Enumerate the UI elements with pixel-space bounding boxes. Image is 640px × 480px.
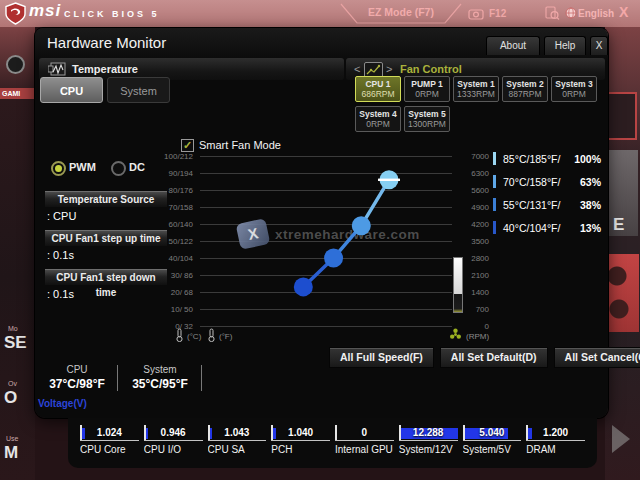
voltage-gauge-cpu-core: 1.024CPU Core (80, 424, 139, 468)
game-boost-badge: GAMI (0, 88, 35, 99)
voltage-label: CPU SA (208, 444, 267, 455)
fan-button-cpu-1[interactable]: CPU 1686RPM (355, 76, 401, 102)
menu-item-settings-small: Mo (8, 325, 18, 332)
all-set-cancel-button[interactable]: All Set Cancel(C) (554, 347, 640, 368)
screen: msi CLICK BIOS 5 EZ Mode (F7) F12 Englis… (0, 0, 640, 480)
status-divider (201, 365, 202, 391)
fan-name: PUMP 1 (405, 79, 449, 89)
right-menu-icon-box (607, 92, 637, 140)
temp-axis-tick: 40/104 (139, 250, 193, 267)
rpm-unit-label: (RPM) (466, 332, 489, 341)
about-button[interactable]: About (486, 36, 540, 55)
readout-percent: 38% (580, 199, 601, 211)
all-full-speed-button[interactable]: All Full Speed(F) (329, 347, 434, 368)
screenshot-key-label: F12 (489, 8, 506, 19)
readout-temp: 40°C/104°F/ (503, 222, 580, 234)
readout-temp: 70°C/158°F/ (503, 176, 580, 188)
voltage-value: 0 (335, 427, 394, 438)
ez-mode-label: EZ Mode (F7) (340, 6, 462, 18)
ez-mode-button[interactable]: EZ Mode (F7) (340, 3, 462, 24)
fan-button-system-5[interactable]: System 51300RPM (404, 106, 450, 132)
readout-row: 85°C/185°F/100% (493, 147, 601, 170)
temp-axis-tick: 60/140 (139, 216, 193, 233)
voltage-label: CPU I/O (144, 444, 203, 455)
voltage-bar: 1.024 (80, 424, 139, 441)
tab-cpu[interactable]: CPU (40, 77, 103, 103)
temp-axis-tick: 70/158 (139, 199, 193, 216)
voltage-label: System/12V (399, 444, 458, 455)
voltage-value: 1.043 (208, 427, 267, 438)
msi-brand-text: msi (29, 1, 61, 21)
fan-curve-chart (195, 143, 475, 338)
cpu-temp-status: CPU 37°C/98°F (41, 364, 113, 391)
temp-axis-tick: 50/122 (139, 233, 193, 250)
voltage-value: 1.200 (526, 427, 585, 438)
fan-curve-point-2[interactable] (324, 249, 343, 268)
voltage-gauge-system-5v: 5.040System/5V (463, 424, 522, 468)
system-temp-status: System 35°C/95°F (123, 364, 197, 391)
fan-control-prev-arrow[interactable]: < (354, 62, 360, 76)
background-left-menu: GAMI Mo SE Ov O Use M (0, 27, 35, 480)
dc-radio[interactable] (111, 161, 126, 176)
temp-axis-tick: 90/194 (139, 165, 193, 182)
readout-temp: 55°C/131°F/ (503, 199, 580, 211)
voltage-label: PCH (271, 444, 330, 455)
clock-icon[interactable] (6, 55, 25, 74)
camera-icon[interactable] (468, 8, 484, 20)
voltage-gauge-pch: 1.040PCH (271, 424, 330, 468)
fan-control-next-arrow[interactable]: > (386, 62, 392, 76)
fan-button-system-1[interactable]: System 11333RPM (453, 76, 499, 102)
fan-selector-grid: CPU 1686RPMPUMP 10RPMSystem 11333RPMSyst… (355, 76, 605, 136)
search-icon[interactable] (545, 6, 560, 21)
fan-button-system-4[interactable]: System 40RPM (355, 106, 401, 132)
temperature-header-label: Temperature (72, 62, 138, 76)
fan-rpm: 686RPM (356, 89, 400, 99)
fan-button-system-3[interactable]: System 30RPM (551, 76, 597, 102)
action-button-row: All Full Speed(F)All Set Default(D)All S… (329, 347, 640, 368)
right-menu-letter: E (613, 215, 624, 235)
fan-button-pump-1[interactable]: PUMP 10RPM (404, 76, 450, 102)
fan-rpm: 0RPM (405, 89, 449, 99)
fan-name: System 4 (356, 109, 400, 119)
readout-row: 55°C/131°F/38% (493, 193, 601, 216)
fan-name: System 2 (503, 79, 547, 89)
voltage-bar: 1.200 (526, 424, 585, 441)
product-name: CLICK BIOS 5 (64, 9, 160, 19)
fan-curve-point-3[interactable] (352, 216, 371, 235)
readout-percent: 63% (580, 176, 601, 188)
menu-item-settings[interactable]: SE (4, 333, 27, 353)
voltage-value: 1.040 (271, 427, 330, 438)
background-right-menu: E (605, 27, 640, 480)
voltage-gauge-dram: 1.200DRAM (526, 424, 585, 468)
msi-logo-icon (4, 2, 27, 25)
fahrenheit-unit-label: (°F) (219, 332, 232, 341)
globe-icon[interactable] (565, 7, 577, 19)
menu-item-mflash[interactable]: M (4, 443, 18, 463)
fan-curve-readouts: 85°C/185°F/100%70°C/158°F/63%55°C/131°F/… (493, 147, 601, 239)
fan-name: System 5 (405, 109, 449, 119)
language-selector[interactable]: English (578, 8, 614, 19)
help-button[interactable]: Help (544, 36, 586, 55)
pwm-radio[interactable] (51, 161, 66, 176)
window-close-button[interactable]: X (590, 36, 608, 55)
cpu-status-value: 37°C/98°F (41, 377, 113, 391)
voltage-label: Internal GPU (335, 444, 394, 455)
temp-axis-tick: 30/ 86 (139, 267, 193, 284)
menu-item-oc[interactable]: O (4, 388, 17, 408)
system-status-label: System (123, 364, 197, 375)
readout-percent: 13% (580, 222, 601, 234)
next-page-arrow-icon[interactable] (612, 425, 630, 453)
fan-button-system-2[interactable]: System 2887RPM (502, 76, 548, 102)
voltage-bar: 12.288 (399, 424, 458, 441)
tab-system[interactable]: System (107, 77, 170, 103)
hardware-monitor-window: Hardware Monitor About Help X Temperatur… (35, 28, 608, 418)
all-set-default-button[interactable]: All Set Default(D) (440, 347, 548, 368)
fan-duty-slider[interactable] (453, 257, 463, 313)
readout-color-tick (493, 221, 496, 234)
hardware-monitor-highlight (605, 254, 639, 332)
voltage-panel: 1.024CPU Core0.946CPU I/O1.043CPU SA1.04… (68, 418, 597, 468)
bios-close-button[interactable]: X (619, 4, 628, 20)
fan-curve-point-1[interactable] (294, 277, 313, 296)
fan-control-header-label: Fan Control (400, 62, 462, 76)
celsius-unit-label: (°C) (187, 332, 201, 341)
